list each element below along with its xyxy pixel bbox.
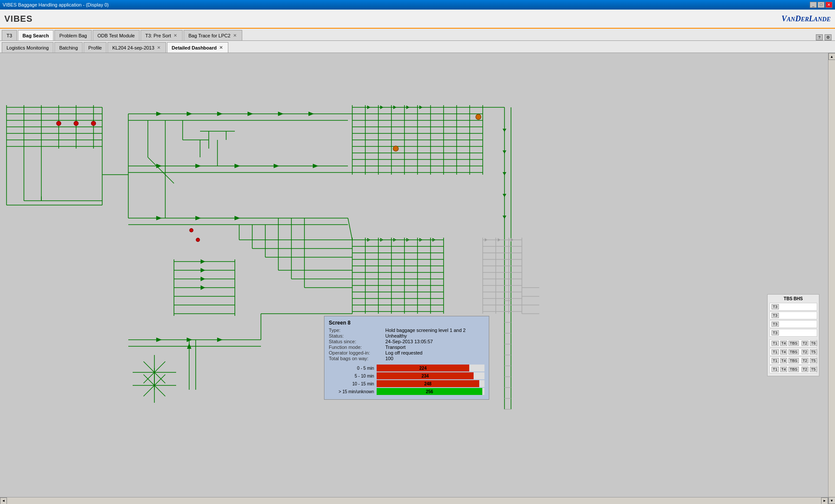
tbs-bhs-title: TBS BHS xyxy=(769,296,817,301)
tooltip-row-total-bags: Total bags on way: 100 xyxy=(329,356,484,361)
tooltip-row-type: Type: Hold baggage screening level 1 and… xyxy=(329,328,484,333)
minimize-button[interactable]: _ xyxy=(810,2,817,8)
svg-point-18 xyxy=(74,121,78,126)
svg-point-170 xyxy=(190,229,193,232)
bar-fill-0-5: 224 xyxy=(377,365,469,371)
app-title: VIBES xyxy=(4,14,33,24)
tooltip-row-status: Status: Unhealthy xyxy=(329,333,484,338)
bar-chart: 0 - 5 min 224 5 - 10 min 234 xyxy=(329,365,484,395)
tbs-row-4[interactable]: T1 T4 TBS T2 T6 xyxy=(769,339,817,347)
bar-fill-15plus: 256 xyxy=(377,388,482,395)
settings-button[interactable]: ⚙ xyxy=(825,34,832,40)
svg-point-67 xyxy=(393,146,398,151)
help-button[interactable]: ? xyxy=(816,34,823,40)
vertical-scrollbar[interactable]: ▲ ▼ xyxy=(828,53,835,504)
bar-row-0-5: 0 - 5 min 224 xyxy=(329,365,484,371)
tab-row-2: Logistics Monitoring Batching Profile KL… xyxy=(0,41,835,53)
scroll-up-button[interactable]: ▲ xyxy=(828,53,835,60)
tooltip-row-status-since: Status since: 24-Sep-2013 13:05:57 xyxy=(329,339,484,344)
svg-point-17 xyxy=(57,121,61,126)
tbs-row-3[interactable]: T3 xyxy=(769,329,817,337)
window-title: VIBES Baggage Handling application - (Di… xyxy=(3,2,109,7)
scroll-right-button[interactable]: ► xyxy=(821,497,828,504)
tooltip-row-function-mode: Function mode: Transport xyxy=(329,345,484,350)
tooltip-title: Screen 8 xyxy=(329,320,484,326)
tbs-row-0[interactable]: T3 xyxy=(769,303,817,311)
scroll-left-button[interactable]: ◄ xyxy=(0,497,7,504)
bar-track-5-10: 234 xyxy=(377,372,484,379)
bar-track-10-15: 248 xyxy=(377,380,484,387)
tbs-row-6[interactable]: T1 T4 TBS T2 T5 xyxy=(769,357,817,365)
tooltip-popup: Screen 8 Type: Hold baggage screening le… xyxy=(324,316,489,400)
close-button[interactable]: ✕ xyxy=(825,2,832,8)
tab-profile[interactable]: Profile xyxy=(84,42,107,53)
tab-close-dashboard[interactable]: ✕ xyxy=(218,45,224,50)
maximize-button[interactable]: □ xyxy=(818,2,825,8)
tab-close-kl204[interactable]: ✕ xyxy=(156,45,161,50)
app-header: VIBES VANDERLANDE xyxy=(0,10,835,29)
tab-close-bagtrace[interactable]: ✕ xyxy=(232,33,237,38)
tab-bag-search[interactable]: Bag Search xyxy=(18,30,54,40)
tab-close-t3presort[interactable]: ✕ xyxy=(173,33,178,38)
bar-fill-5-10: 234 xyxy=(377,372,474,379)
bar-track-0-5: 224 xyxy=(377,365,484,371)
conveyor-diagram xyxy=(0,53,600,414)
main-content: Screen 8 Type: Hold baggage screening le… xyxy=(0,53,835,504)
bar-track-15plus: 256 xyxy=(377,388,484,395)
tab-logistics[interactable]: Logistics Monitoring xyxy=(2,42,53,53)
tab-t3[interactable]: T3 xyxy=(2,30,17,40)
svg-point-171 xyxy=(196,238,200,242)
tab-kl204[interactable]: KL204 24-sep-2013 ✕ xyxy=(107,42,166,53)
bar-fill-10-15: 248 xyxy=(377,380,479,387)
svg-point-19 xyxy=(91,121,96,126)
tab-problem-bag[interactable]: Problem Bag xyxy=(54,30,92,40)
tooltip-row-operator: Operator logged-in: Log off requested xyxy=(329,350,484,355)
diagram-canvas[interactable]: Screen 8 Type: Hold baggage screening le… xyxy=(0,53,828,497)
tab-bag-trace[interactable]: Bag Trace for LPC2 ✕ xyxy=(184,30,242,40)
horizontal-scrollbar[interactable]: ◄ ► xyxy=(0,497,828,504)
tab-batching[interactable]: Batching xyxy=(54,42,83,53)
tbs-row-7[interactable]: T1 T4 TBS T2 T5 xyxy=(769,365,817,373)
window-controls: _ □ ✕ xyxy=(810,2,832,8)
bar-row-5-10: 5 - 10 min 234 xyxy=(329,372,484,379)
tab-row-1: T3 Bag Search Problem Bag ODB Test Modul… xyxy=(0,29,835,41)
tab-odb-test[interactable]: ODB Test Module xyxy=(93,30,140,40)
tbs-row-5[interactable]: T1 T4 TBS T2 T5 xyxy=(769,348,817,356)
tab-t3-presort[interactable]: T3: Pre Sort ✕ xyxy=(140,30,183,40)
tab-detailed-dashboard[interactable]: Detailed Dashboard ✕ xyxy=(167,42,228,53)
tbs-row-2[interactable]: T3 xyxy=(769,320,817,328)
tbs-bhs-panel: TBS BHS T3 T3 T3 T3 T1 T4 TBS T2 T6 xyxy=(767,294,819,376)
scroll-down-button[interactable]: ▼ xyxy=(828,497,835,504)
bar-row-15plus: > 15 min/unknown 256 xyxy=(329,388,484,395)
title-bar: VIBES Baggage Handling application - (Di… xyxy=(0,0,835,10)
bar-row-10-15: 10 - 15 min 248 xyxy=(329,380,484,387)
svg-point-68 xyxy=(476,114,481,119)
app-logo: VANDERLANDE xyxy=(782,14,831,23)
tbs-row-1[interactable]: T3 xyxy=(769,312,817,319)
